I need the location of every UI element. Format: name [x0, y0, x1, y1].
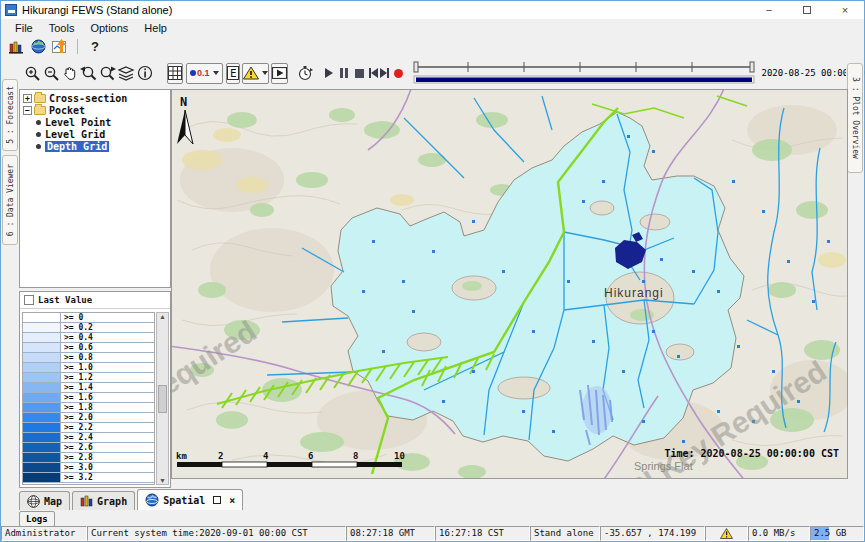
town-label: Hikurangi: [604, 286, 664, 300]
status-warning-cell[interactable]: [705, 526, 748, 541]
tab-spatial[interactable]: Spatial ×: [137, 489, 243, 510]
scroll-down-icon[interactable]: ▼: [159, 477, 166, 484]
legend-swatch: [23, 453, 61, 462]
status-mode: Stand alone: [530, 526, 600, 541]
right-tab-strip: 3 : Plot Overview: [846, 57, 864, 479]
tree-item-pocket[interactable]: − Pocket: [20, 104, 170, 116]
database-viewer-icon[interactable]: [5, 37, 27, 56]
legend-swatch: [23, 383, 61, 392]
scroll-up-icon[interactable]: ▲: [159, 313, 166, 320]
scalebar-tick: 6: [308, 451, 313, 461]
legend-swatch: [23, 363, 61, 372]
legend-label: >= 3.2: [61, 473, 154, 482]
layers-button[interactable]: [118, 63, 135, 84]
tree-item-level-grid[interactable]: Level Grid: [20, 128, 170, 140]
legend-toggle-button[interactable]: E: [226, 63, 240, 84]
expand-icon[interactable]: +: [23, 94, 32, 103]
menu-tools[interactable]: Tools: [41, 21, 83, 35]
tree-item-depth-grid[interactable]: Depth Grid: [20, 140, 170, 152]
zoom-out-button[interactable]: [43, 63, 60, 84]
legend-swatch: [23, 393, 61, 402]
movie-icon: [272, 67, 287, 79]
contour-value: 0.1: [197, 68, 210, 78]
legend-label: >= 1.2: [61, 373, 154, 382]
bar-chart-icon: [9, 40, 24, 54]
scroll-thumb[interactable]: [158, 385, 167, 413]
node-bullet-icon: [36, 144, 41, 149]
legend-swatch: [23, 443, 61, 452]
menu-file[interactable]: File: [7, 21, 41, 35]
pause-icon: [340, 68, 348, 78]
movie-export-button[interactable]: [271, 63, 288, 84]
last-value-checkbox[interactable]: [24, 295, 34, 305]
tree-item-level-point[interactable]: Level Point: [20, 116, 170, 128]
globe-icon: [31, 39, 46, 54]
chevron-down-icon: [213, 71, 219, 75]
legend-row: >= 3.0: [23, 463, 154, 473]
tab-forecast[interactable]: 5 : Forecast: [2, 79, 18, 151]
legend-list: >= 0 >= 0.2 >= 0.4 >= 0.6 >= 0.8 >= 1.0 …: [22, 312, 155, 485]
legend-label: >= 2.4: [61, 433, 154, 442]
filter-tree-panel: + Cross-section − Pocket Level Point Lev…: [19, 89, 171, 288]
minimize-button[interactable]: −: [750, 1, 788, 19]
wireframe-globe-icon: [27, 495, 40, 508]
legend-row: >= 2.6: [23, 443, 154, 453]
status-bar: Administrator Current system time:2020-0…: [1, 526, 864, 541]
play-button[interactable]: [325, 63, 333, 84]
tab-graph[interactable]: Graph: [72, 491, 135, 510]
grid-icon: [168, 66, 182, 80]
panel-maximize-icon[interactable]: [213, 495, 221, 506]
help-button[interactable]: ?: [84, 37, 106, 56]
warning-dropdown-button[interactable]: [242, 63, 269, 84]
node-bullet-icon: [36, 132, 41, 137]
title-bar: Hikurangi FEWS (Stand alone) − ×: [1, 1, 864, 19]
zoom-next-button[interactable]: [99, 63, 116, 84]
legend-scrollbar[interactable]: ▲ ▼: [156, 312, 169, 485]
collapse-icon[interactable]: −: [23, 106, 32, 115]
legend-swatch: [23, 473, 61, 482]
maximize-button[interactable]: [788, 1, 826, 19]
animation-speed-button[interactable]: [297, 63, 314, 84]
legend-row: >= 0.4: [23, 333, 154, 343]
place-label: Springs Flat: [634, 460, 693, 472]
pause-button[interactable]: [340, 63, 348, 84]
spatial-display-icon[interactable]: [27, 37, 49, 56]
timeline-slider[interactable]: [412, 61, 756, 85]
timeseries-dialog-icon[interactable]: [49, 37, 71, 56]
node-bullet-icon: [36, 120, 41, 125]
record-button[interactable]: [394, 63, 403, 84]
info-button[interactable]: [137, 63, 153, 84]
warning-icon: [243, 66, 259, 80]
panel-close-icon[interactable]: ×: [229, 495, 235, 506]
menu-options[interactable]: Options: [82, 21, 136, 35]
tab-map[interactable]: Map: [19, 491, 70, 510]
skip-start-button[interactable]: [369, 63, 378, 84]
grid-display-button[interactable]: [167, 63, 183, 84]
logs-button[interactable]: Logs: [19, 511, 55, 527]
zoom-in-button[interactable]: [24, 63, 41, 84]
contour-value-dropdown[interactable]: 0.1: [186, 63, 223, 84]
skip-end-button[interactable]: [380, 63, 389, 84]
zoom-previous-button[interactable]: [80, 63, 97, 84]
legend-row: >= 2.2: [23, 423, 154, 433]
tab-plot-overview[interactable]: 3 : Plot Overview: [847, 63, 863, 173]
scalebar-tick: 10: [394, 451, 405, 461]
status-system-time: Current system time:2020-09-01 00:00 CST: [87, 526, 346, 541]
legend-row: >= 1.8: [23, 403, 154, 413]
pan-button[interactable]: [62, 63, 78, 84]
map-viewport[interactable]: N km 2 4 6 8 10 API Key Required API Key…: [171, 89, 848, 479]
legend-row: >= 1.6: [23, 393, 154, 403]
contour-dot-icon: [190, 70, 196, 76]
legend-label: >= 1.0: [61, 363, 154, 372]
tree-item-cross-section[interactable]: + Cross-section: [20, 92, 170, 104]
menu-bar: File Tools Options Help: [1, 19, 864, 36]
stop-button[interactable]: [355, 63, 364, 84]
status-coordinates: -35.657 , 174.199: [600, 526, 705, 541]
menu-help[interactable]: Help: [136, 21, 175, 35]
chart-arrow-icon: [52, 39, 68, 54]
scalebar-tick: 4: [263, 451, 269, 461]
tab-data-viewer[interactable]: 6 : Data Viewer: [2, 155, 18, 245]
legend-swatch: [23, 423, 61, 432]
close-button[interactable]: ×: [826, 1, 864, 19]
legend-row: >= 1.2: [23, 373, 154, 383]
